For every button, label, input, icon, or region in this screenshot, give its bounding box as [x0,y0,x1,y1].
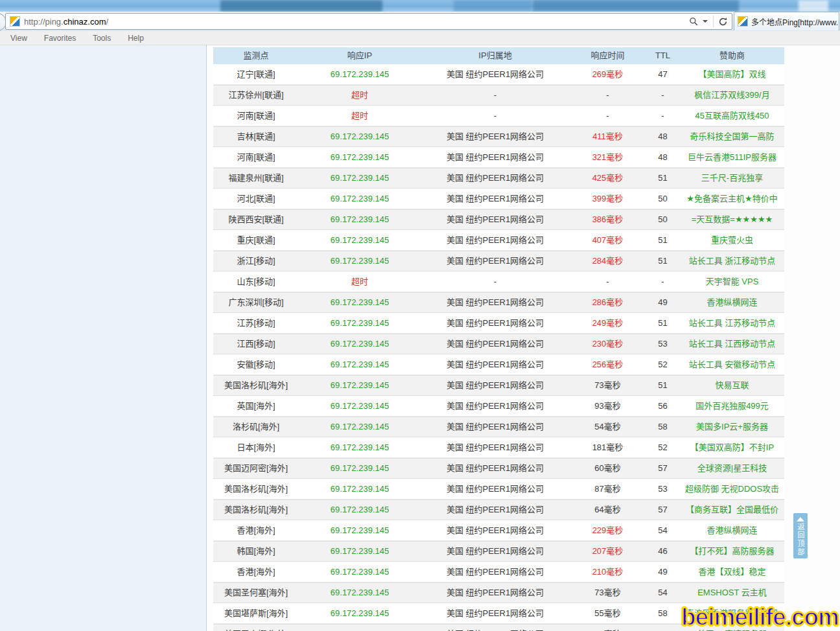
monitor-location: 吉林[联通] [213,127,299,146]
url-path: / [106,17,108,27]
ttl-value: 53 [646,479,680,499]
sponsor-link[interactable]: 45互联高防双线450 [680,106,784,126]
url-text[interactable]: http://ping.chinaz.com/ [24,17,687,27]
sponsor-link[interactable]: 奇乐科技全国第一高防 [680,127,784,146]
response-time: 321毫秒 [570,147,646,167]
sponsor-link[interactable]: 站长工具 江西移动节点 [680,334,784,354]
ip-location: 美国 纽约PEER1网络公司 [421,168,570,188]
ttl-value: 57 [646,459,680,478]
browser-toolbar: http://ping.chinaz.com/ 多个地点Ping[http://… [0,12,840,31]
ip-location: 美国 纽约PEER1网络公司 [421,603,570,623]
ttl-value: 53 [646,334,680,354]
ip-location: 美国 纽约PEER1网络公司 [421,189,570,209]
response-time: 411毫秒 [570,127,646,146]
search-dropdown-icon[interactable] [703,20,708,23]
page-content: 监测点 响应IP IP归属地 响应时间 TTL 赞助商 辽宁[联通] 69.17… [0,45,840,631]
response-time: 425毫秒 [570,168,646,188]
response-ip: 69.172.239.145 [299,500,421,520]
table-row: 辽宁[联通] 69.172.239.145 美国 纽约PEER1网络公司 269… [213,64,784,85]
response-time: 286毫秒 [570,293,646,312]
ttl-value: 51 [646,251,680,271]
sponsor-link[interactable]: 重庆萤火虫 [680,230,784,250]
sponsor-link[interactable]: ★免备案云主机★特价中 [680,189,784,209]
response-time: - [570,106,646,126]
ttl-value: 51 [646,376,680,395]
sponsor-link[interactable]: 快易互联 [680,376,784,395]
browser-tab[interactable]: 多个地点Ping[http://www. [734,12,839,30]
monitor-location: 美国堪萨斯[海外] [213,603,299,623]
sponsor-link[interactable]: 天宇智能 VPS [680,271,784,292]
monitor-location: 江苏[移动] [213,313,299,333]
sponsor-link[interactable]: 站长工具 安徽移动节点 [680,354,784,374]
menu-view[interactable]: View [10,34,27,43]
sponsor-link[interactable]: 【美国双高防】不封IP [680,437,784,457]
response-time: - [570,86,646,105]
ip-location: 美国 纽约PEER1网络公司 [421,354,570,374]
response-time: 54毫秒 [570,417,646,437]
sponsor-link[interactable]: 超级防御 无视DDOS攻击 [680,479,784,499]
sponsor-link[interactable]: 国外百兆独服499元 [680,396,784,416]
refresh-icon[interactable] [716,15,729,28]
sponsor-link[interactable]: 巨牛云香港511IP服务器 [680,147,784,167]
monitor-location: 香港[海外] [213,562,299,582]
ip-location: 美国 纽约PEER1网络公司 [421,625,570,631]
menu-help[interactable]: Help [128,34,144,43]
ip-location: 美国 纽约PEER1网络公司 [421,376,570,395]
sponsor-link[interactable]: 香港纵横网连 [680,293,784,312]
table-row: 美国迈阿密[海外] 69.172.239.145 美国 纽约PEER1网络公司 … [213,458,784,479]
ttl-value: 56 [646,396,680,416]
monitor-location: 河南[联通] [213,106,299,126]
table-row: 美国洛杉矶[海外] 69.172.239.145 美国 纽约PEER1网络公司 … [213,499,784,520]
sponsor-link[interactable]: 【美国高防】双线 [680,64,784,84]
sponsor-link[interactable]: EMSHOST 云主机 [680,583,784,602]
address-bar[interactable]: http://ping.chinaz.com/ [5,13,732,30]
response-ip: 69.172.239.145 [299,417,421,437]
sponsor-link[interactable]: 香港纵横网连 [680,520,784,540]
menu-tools[interactable]: Tools [93,34,111,43]
table-row: 山东[移动] 超时 - - - 天宇智能 VPS [213,271,784,292]
ip-location: 美国 纽约PEER1网络公司 [421,64,570,84]
ttl-value: 46 [646,542,680,561]
sponsor-link[interactable]: 全球资源|星王科技 [680,459,784,478]
ttl-value: 49 [646,293,680,312]
search-icon[interactable] [687,15,700,28]
sponsor-link[interactable]: 站长工具 浙江移动节点 [680,251,784,271]
ttl-value: 49 [646,562,680,582]
table-row: 美国圣何塞[海外] 69.172.239.145 美国 纽约PEER1网络公司 … [213,582,784,603]
response-ip: 69.172.239.145 [299,230,421,250]
monitor-location: 美国迈阿密[海外] [213,459,299,478]
table-row: 浙江[移动] 69.172.239.145 美国 纽约PEER1网络公司 284… [213,251,784,271]
header-ip-location: IP归属地 [421,47,570,64]
monitor-location: 韩国[海外] [213,542,299,561]
response-ip: 超时 [299,86,421,105]
ttl-value: 51 [646,313,680,333]
sponsor-link[interactable]: 【打不死】高防服务器 [680,542,784,561]
ttl-value: 54 [646,583,680,602]
tab-favicon-icon [738,16,748,27]
response-time: 256毫秒 [570,354,646,374]
ip-location: 美国 纽约PEER1网络公司 [421,583,570,602]
sponsor-link[interactable]: 香港【双线】稳定 [680,562,784,582]
sponsor-link[interactable]: 【商务互联】全国最低价 [680,500,784,520]
sponsor-link[interactable]: =天互数据=★★★★★ [680,210,784,229]
ttl-value: 51 [646,168,680,188]
sponsor-link[interactable]: 美国多IP云+服务器 [680,417,784,437]
response-time: 87毫秒 [570,625,646,631]
response-ip: 超时 [299,271,421,292]
ttl-value: 54 [646,520,680,540]
ttl-value: - [646,86,680,105]
response-time: 230毫秒 [570,334,646,354]
monitor-location: 美国洛杉矶[海外] [213,500,299,520]
sponsor-link[interactable]: 三千尺-百兆独享 [680,168,784,188]
monitor-location: 江苏徐州[联通] [213,86,299,105]
sponsor-link[interactable]: 枫信江苏双线399/月 [680,86,784,105]
menu-favorites[interactable]: Favorites [44,34,76,43]
ttl-value: 52 [646,354,680,374]
ping-results-table: 监测点 响应IP IP归属地 响应时间 TTL 赞助商 辽宁[联通] 69.17… [213,47,784,631]
table-row: 河南[联通] 69.172.239.145 美国 纽约PEER1网络公司 321… [213,147,784,168]
arrow-up-icon [797,517,804,522]
sponsor-link[interactable]: 站长工具 江苏移动节点 [680,313,784,333]
response-time: 284毫秒 [570,251,646,271]
response-time: 207毫秒 [570,542,646,561]
back-to-top-button[interactable]: 返回顶部 [793,513,808,558]
